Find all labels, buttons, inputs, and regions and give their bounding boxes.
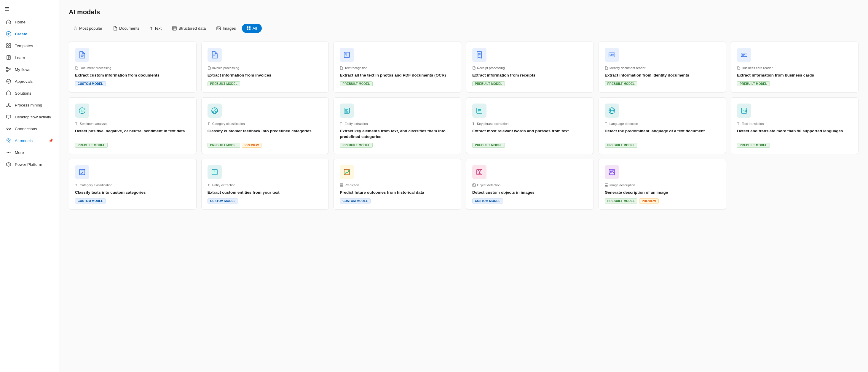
card-title: Extract information from business cards — [737, 73, 852, 78]
svg-text:T: T — [346, 53, 348, 57]
badge-prebuilt: PREBUILT MODEL — [472, 143, 505, 148]
card-invoice-processing[interactable]: Invoice processing Extract information f… — [201, 41, 329, 92]
badge-custom: CUSTOM MODEL — [75, 198, 106, 203]
card-category-classification-custom[interactable]: T Category classification Classify texts… — [69, 159, 196, 210]
card-prediction[interactable]: Prediction Predict future outcomes from … — [334, 159, 461, 210]
badge-prebuilt: PREBUILT MODEL — [737, 81, 770, 86]
card-category: Identity document reader — [605, 66, 720, 70]
sidebar-item-home[interactable]: Home — [1, 16, 58, 28]
svg-point-14 — [6, 79, 11, 83]
card-key-phrase-extraction[interactable]: T Key phrase extraction Extract most rel… — [466, 97, 594, 154]
card-category: Image description — [605, 183, 720, 187]
category-icon — [75, 66, 79, 70]
templates-icon — [6, 43, 11, 48]
svg-rect-22 — [6, 115, 11, 118]
process-mining-icon — [6, 102, 11, 108]
solutions-icon — [6, 90, 11, 96]
card-language-detection[interactable]: T Language detection Detect the predomin… — [598, 97, 726, 154]
card-sentiment-analysis[interactable]: T Sentiment analysis Detect positive, ne… — [69, 97, 196, 154]
svg-rect-4 — [9, 44, 11, 46]
card-icon-wrap — [737, 48, 751, 62]
filter-all[interactable]: All — [242, 24, 262, 33]
svg-point-18 — [9, 106, 11, 107]
hamburger-button[interactable]: ☰ — [0, 2, 59, 16]
sidebar-item-ai-models[interactable]: AI models 📌 — [1, 135, 58, 146]
category-icon: T — [605, 122, 608, 125]
svg-point-16 — [8, 103, 9, 105]
svg-marker-33 — [6, 162, 11, 166]
card-title: Extract custom information from document… — [75, 73, 190, 78]
badge-row: PREBUILT MODELPREVIEW — [208, 143, 323, 148]
svg-rect-100 — [344, 169, 349, 175]
sidebar: ☰ Home Create Templates Learn My flows — [0, 0, 59, 372]
category-icon — [340, 66, 343, 70]
badge-row: PREBUILT MODEL — [472, 143, 588, 148]
card-object-detection[interactable]: Object detection Detect custom objects i… — [466, 159, 594, 210]
svg-point-11 — [6, 67, 8, 69]
card-entity-extraction-custom[interactable]: " T Entity extraction Extract custom ent… — [201, 159, 329, 210]
svg-line-21 — [9, 106, 10, 106]
sidebar-item-label: Home — [15, 20, 26, 24]
card-title: Extract custom entities from your text — [208, 190, 323, 196]
card-image-description[interactable]: Image description Generate description o… — [598, 159, 726, 210]
filter-structured-data[interactable]: Structured data — [167, 24, 211, 33]
sidebar-item-learn[interactable]: Learn — [1, 52, 58, 63]
sidebar-item-label: Templates — [15, 44, 33, 48]
card-icon-wrap: " — [208, 165, 222, 179]
category-icon: T — [75, 183, 79, 187]
card-doc-processing[interactable]: Document processing Extract custom infor… — [69, 41, 196, 92]
card-category: Text recognition — [340, 66, 455, 70]
text-filter-icon: T — [150, 26, 152, 31]
doc-filter-icon — [113, 26, 117, 31]
sidebar-item-process-mining[interactable]: Process mining — [1, 99, 58, 111]
badge-row: PREBUILT MODEL — [737, 143, 852, 148]
sidebar-item-create[interactable]: Create — [1, 28, 58, 39]
card-identity-doc-reader[interactable]: Identity document reader Extract informa… — [598, 41, 726, 92]
category-icon: T — [75, 122, 79, 125]
sidebar-item-label: Solutions — [15, 91, 31, 95]
flows-icon — [6, 67, 11, 72]
card-business-card-reader[interactable]: Business card reader Extract information… — [731, 41, 859, 92]
svg-point-107 — [479, 171, 480, 173]
card-icon-wrap — [472, 165, 487, 179]
card-receipt-processing[interactable]: Receipt processing Extract information f… — [466, 41, 594, 92]
learn-icon — [6, 55, 11, 60]
category-label: Identity document reader — [610, 66, 646, 70]
category-label: Receipt processing — [477, 66, 505, 70]
category-label: Image description — [610, 183, 635, 187]
card-icon-wrap: A文 — [737, 104, 751, 118]
card-text-translation[interactable]: A文 T Text translation Detect and transla… — [731, 97, 859, 154]
badge-custom: CUSTOM MODEL — [75, 81, 106, 86]
sidebar-item-templates[interactable]: Templates — [1, 40, 58, 51]
category-icon: T — [737, 122, 741, 125]
sidebar-item-approvals[interactable]: Approvals — [1, 76, 58, 87]
badge-row: PREBUILT MODEL — [605, 143, 720, 148]
category-label: Prediction — [344, 183, 359, 187]
svg-rect-6 — [9, 46, 11, 48]
card-category: Object detection — [472, 183, 588, 187]
sidebar-item-solutions[interactable]: Solutions — [1, 87, 58, 99]
filter-images[interactable]: Images — [212, 24, 241, 33]
sidebar-item-more[interactable]: More — [1, 147, 58, 158]
card-title: Extract information from receipts — [472, 73, 588, 78]
sidebar-item-label: Learn — [15, 55, 25, 60]
sidebar-item-connections[interactable]: Connections — [1, 123, 58, 134]
card-category: Prediction — [340, 183, 455, 187]
sidebar-item-desktop-flow[interactable]: Desktop flow activity — [1, 111, 58, 122]
badge-prebuilt: PREBUILT MODEL — [605, 81, 638, 86]
card-category-classification[interactable]: T Category classification Classify custo… — [201, 97, 329, 154]
category-label: Text translation — [742, 122, 764, 125]
sidebar-item-power-platform[interactable]: Power Platform — [1, 159, 58, 170]
card-text-recognition[interactable]: T Text recognition Extract all the text … — [334, 41, 461, 92]
filter-documents[interactable]: Documents — [108, 24, 144, 33]
category-label: Sentiment analysis — [80, 122, 107, 125]
filter-most-popular[interactable]: ☆ Most popular — [69, 23, 107, 33]
card-category: T Category classification — [75, 183, 190, 187]
card-entity-extraction[interactable]: T Entity extraction Extract key elements… — [334, 97, 461, 154]
main-content: AI models ☆ Most popular Documents T Tex… — [59, 0, 868, 372]
category-label: Entity extraction — [344, 122, 368, 125]
card-icon-wrap — [340, 104, 354, 118]
filter-text[interactable]: T Text — [145, 24, 166, 33]
sidebar-item-my-flows[interactable]: My flows — [1, 64, 58, 75]
svg-point-26 — [9, 128, 11, 130]
